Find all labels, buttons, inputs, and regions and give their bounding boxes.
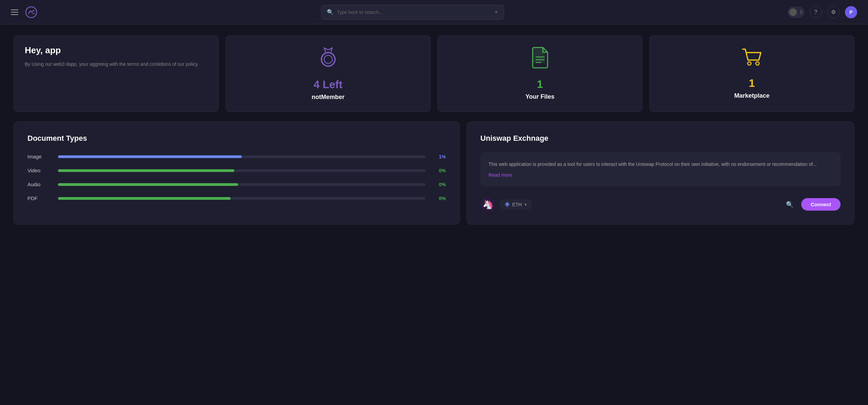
your-files-number: 1 bbox=[537, 78, 543, 91]
uniswap-search-icon[interactable]: 🔍 bbox=[784, 198, 796, 211]
eth-dropdown-icon: ▼ bbox=[524, 203, 528, 207]
uniswap-footer: 🦄 ETH ▼ 🔍 Connect bbox=[480, 197, 841, 212]
settings-icon[interactable]: ⚙ bbox=[827, 6, 840, 18]
search-bar[interactable]: 🔍 ▼ bbox=[321, 5, 504, 20]
doc-type-row-pdf: PDF 0% bbox=[27, 195, 446, 201]
doc-pct-image: 1% bbox=[432, 154, 446, 159]
your-files-card: 1 Your Files bbox=[437, 35, 643, 112]
welcome-title: Hey, app bbox=[25, 45, 208, 56]
eth-icon bbox=[504, 201, 510, 208]
theme-toggle-circle bbox=[789, 8, 797, 16]
svg-point-5 bbox=[756, 62, 759, 65]
navbar: 🔍 ▼ ☽ ? ⚙ P bbox=[0, 0, 868, 24]
your-files-label: Your Files bbox=[526, 93, 555, 100]
uniswap-right-actions: 🔍 Connect bbox=[784, 198, 841, 211]
search-dropdown-icon[interactable]: ▼ bbox=[494, 10, 498, 15]
welcome-card: Hey, app By Using our web3 dapp, your ag… bbox=[14, 35, 219, 112]
document-types-title: Document Types bbox=[27, 134, 446, 143]
search-icon: 🔍 bbox=[327, 9, 334, 15]
notmember-icon bbox=[318, 46, 338, 73]
app-logo-icon bbox=[25, 6, 37, 18]
doc-type-label-audio: Audio bbox=[27, 181, 51, 187]
eth-badge[interactable]: ETH ▼ bbox=[499, 199, 532, 210]
bottom-section: Document Types Image 1% Video 0% Audio bbox=[14, 121, 854, 225]
doc-type-label-video: Video bbox=[27, 168, 51, 173]
svg-point-0 bbox=[26, 7, 37, 18]
main-content: Hey, app By Using our web3 dapp, your ag… bbox=[0, 24, 868, 235]
avatar[interactable]: P bbox=[845, 6, 857, 18]
doc-type-row-video: Video 0% bbox=[27, 168, 446, 173]
your-files-icon bbox=[531, 47, 549, 73]
navbar-left bbox=[11, 6, 37, 18]
help-icon[interactable]: ? bbox=[810, 6, 822, 18]
eth-label: ETH bbox=[512, 202, 522, 207]
notmember-number: 4 Left bbox=[314, 78, 342, 91]
doc-type-label-image: Image bbox=[27, 154, 51, 159]
notmember-card: 4 Left notMember bbox=[225, 35, 431, 112]
moon-icon: ☽ bbox=[798, 9, 803, 15]
document-types-card: Document Types Image 1% Video 0% Audio bbox=[14, 121, 460, 225]
svg-point-2 bbox=[324, 55, 332, 63]
doc-type-label-pdf: PDF bbox=[27, 195, 51, 201]
marketplace-number: 1 bbox=[749, 77, 755, 90]
progress-bar-image bbox=[58, 155, 426, 158]
unicorn-logo-icon: 🦄 bbox=[480, 197, 495, 212]
doc-pct-audio: 0% bbox=[432, 182, 446, 187]
marketplace-label: Marketplace bbox=[734, 92, 769, 99]
navbar-right: ☽ ? ⚙ P bbox=[788, 6, 857, 18]
doc-pct-pdf: 0% bbox=[432, 196, 446, 201]
top-cards: Hey, app By Using our web3 dapp, your ag… bbox=[14, 35, 854, 112]
read-more-link[interactable]: Read more bbox=[489, 172, 512, 178]
progress-fill-image bbox=[58, 155, 242, 158]
menu-hamburger-icon[interactable] bbox=[11, 9, 18, 15]
doc-pct-video: 0% bbox=[432, 168, 446, 173]
uniswap-title: Uniswap Exchnage bbox=[480, 134, 841, 143]
connect-button[interactable]: Connect bbox=[801, 198, 841, 211]
progress-fill-pdf bbox=[58, 197, 231, 200]
uniswap-description: This web application is provided as a to… bbox=[489, 160, 832, 169]
svg-point-1 bbox=[321, 53, 335, 66]
progress-fill-video bbox=[58, 169, 234, 172]
welcome-description: By Using our web3 dapp, your aggreing wi… bbox=[25, 60, 208, 68]
uniswap-description-box: This web application is provided as a to… bbox=[480, 152, 841, 186]
progress-bar-pdf bbox=[58, 197, 426, 200]
search-input[interactable] bbox=[337, 9, 491, 15]
uniswap-card: Uniswap Exchnage This web application is… bbox=[467, 121, 854, 225]
marketplace-card: 1 Marketplace bbox=[649, 35, 854, 112]
uniswap-logos: 🦄 ETH ▼ bbox=[480, 197, 532, 212]
progress-bar-audio bbox=[58, 183, 426, 186]
marketplace-icon bbox=[742, 48, 762, 72]
progress-bar-video bbox=[58, 169, 426, 172]
notmember-label: notMember bbox=[312, 94, 344, 101]
progress-fill-audio bbox=[58, 183, 238, 186]
svg-point-4 bbox=[748, 62, 751, 65]
doc-type-row-audio: Audio 0% bbox=[27, 181, 446, 187]
doc-type-row-image: Image 1% bbox=[27, 154, 446, 159]
theme-toggle[interactable]: ☽ bbox=[788, 7, 804, 18]
